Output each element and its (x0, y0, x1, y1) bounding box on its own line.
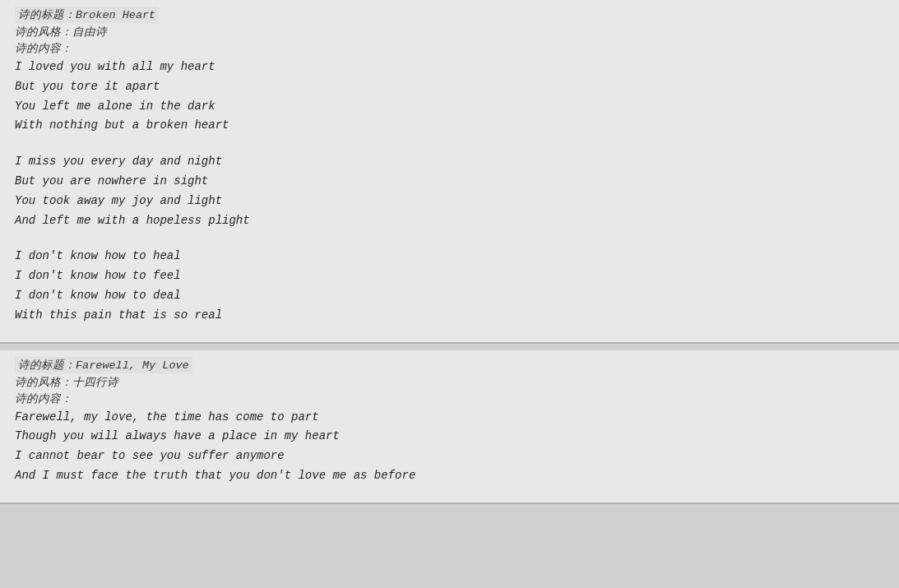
poem-1-stanza-2: I miss you every day and night But you a… (15, 152, 884, 230)
poem-2-style-value: 十四行诗 (72, 377, 118, 389)
poem-line: You left me alone in the dark (15, 97, 884, 117)
poem-line: I cannot bear to see you suffer anymore (15, 447, 884, 466)
blank-line (15, 139, 884, 152)
separator (0, 344, 899, 350)
poem-line: I miss you every day and night (15, 152, 884, 172)
poem-line: Farewell, my love, the time has come to … (15, 408, 884, 428)
poem-line: I don't know how to feel (15, 266, 884, 286)
poem-2-stanza-1: Farewell, my love, the time has come to … (15, 408, 884, 486)
poem-2-content-label: 诗的内容： (15, 391, 884, 406)
poem-line: I loved you with all my heart (15, 58, 884, 77)
poem-1-title-value: Broken Heart (76, 9, 155, 21)
poem-line: And I must face the truth that you don't… (15, 466, 884, 486)
poem-line: But you tore it apart (15, 77, 884, 97)
poem-block-1: 诗的标题：Broken Heart 诗的风格：自由诗 诗的内容： I loved… (0, 0, 899, 344)
poem-2-title: 诗的标题：Farewell, My Love (15, 357, 192, 373)
poem-2-style: 诗的风格：十四行诗 (15, 375, 884, 390)
poem-line: But you are nowhere in sight (15, 172, 884, 192)
blank-line (15, 234, 884, 247)
poem-2-title-value: Farewell, My Love (76, 359, 189, 372)
page-container: 诗的标题：Broken Heart 诗的风格：自由诗 诗的内容： I loved… (0, 0, 899, 504)
poem-1-stanza-1: I loved you with all my heart But you to… (15, 58, 884, 136)
poem-1-style: 诗的风格：自由诗 (15, 25, 884, 39)
poem-line: You took away my joy and light (15, 192, 884, 211)
poem-line: With nothing but a broken heart (15, 116, 884, 136)
poem-1-style-value: 自由诗 (72, 26, 107, 39)
poem-line: And left me with a hopeless plight (15, 211, 884, 231)
poem-1-stanza-3: I don't know how to heal I don't know ho… (15, 247, 884, 325)
poem-1-title: 诗的标题：Broken Heart (15, 7, 159, 23)
poem-line: Though you will always have a place in m… (15, 427, 884, 447)
poem-line: I don't know how to heal (15, 247, 884, 266)
poem-2-title-label: 诗的标题： (18, 359, 76, 372)
poem-block-2: 诗的标题：Farewell, My Love 诗的风格：十四行诗 诗的内容： F… (0, 350, 899, 504)
poem-1-style-label: 诗的风格： (15, 26, 72, 39)
poem-2-style-label: 诗的风格： (15, 377, 72, 389)
poem-line: I don't know how to deal (15, 286, 884, 306)
poem-1-content-label: 诗的内容： (15, 41, 884, 56)
poem-line: With this pain that is so real (15, 306, 884, 326)
poem-1-title-label: 诗的标题： (18, 9, 76, 21)
